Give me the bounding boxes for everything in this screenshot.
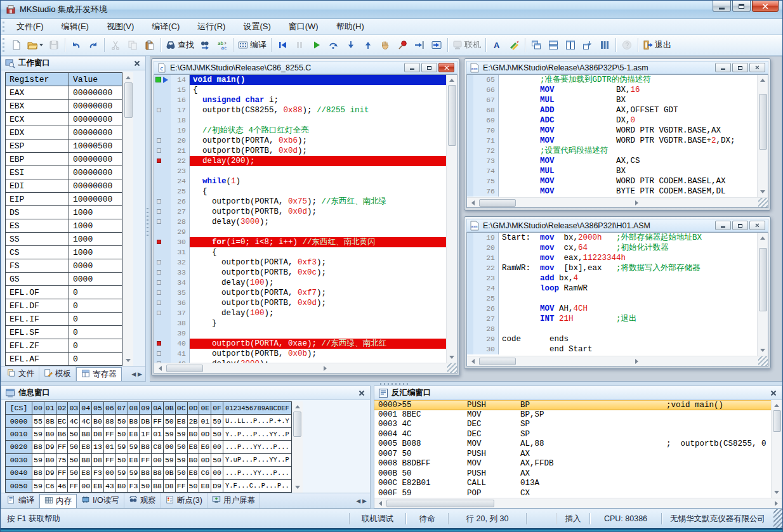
restore-button[interactable]	[732, 63, 748, 72]
disassembly-close-icon[interactable]	[769, 389, 778, 398]
statement-marker-icon[interactable]	[157, 361, 161, 363]
undo-button[interactable]	[68, 37, 84, 53]
menu-run[interactable]: 运行(R)	[188, 19, 234, 34]
menu-help[interactable]: 帮助(H)	[327, 19, 373, 34]
dropdown-caret-icon[interactable]	[39, 44, 43, 46]
scroll-up-icon[interactable]	[772, 400, 782, 410]
gutter-margin[interactable]	[154, 136, 171, 146]
breakpoint-button[interactable]	[394, 37, 411, 53]
tab-files[interactable]: 文件	[3, 367, 39, 381]
tab-scroll-right-icon[interactable]: ▶	[362, 498, 367, 504]
gutter-margin[interactable]	[154, 257, 171, 268]
minimize-button[interactable]	[715, 63, 731, 72]
gutter-margin[interactable]	[154, 75, 171, 85]
scrollbar-thumb[interactable]	[479, 199, 516, 207]
statement-marker-icon[interactable]	[157, 148, 161, 153]
gutter-margin[interactable]	[467, 95, 473, 105]
scroll-up-icon[interactable]	[758, 75, 768, 85]
info-scrollbar[interactable]	[292, 401, 303, 493]
asm2-hscrollbar[interactable]	[467, 356, 768, 366]
font-button[interactable]: A	[489, 37, 505, 53]
horizontal-splitter[interactable]	[1, 382, 782, 386]
workspace-scrollbar[interactable]	[122, 72, 133, 366]
asm1-vscrollbar[interactable]	[757, 75, 768, 197]
scroll-up-icon[interactable]	[758, 233, 768, 243]
statement-marker-icon[interactable]	[157, 209, 161, 214]
gutter-margin[interactable]	[467, 263, 473, 273]
scroll-up-icon[interactable]	[123, 72, 134, 82]
gutter-margin[interactable]	[154, 288, 171, 298]
trace-button[interactable]	[411, 37, 428, 53]
scroll-up-icon[interactable]	[447, 75, 457, 85]
statement-marker-icon[interactable]	[157, 270, 161, 275]
c86-hscrollbar[interactable]	[154, 363, 457, 373]
gutter-margin[interactable]	[467, 166, 473, 176]
gutter-margin[interactable]	[467, 273, 473, 283]
disassembly-hscrollbar[interactable]	[374, 498, 782, 508]
gutter-margin[interactable]	[154, 278, 171, 288]
tab-io[interactable]: I/O读写	[77, 493, 124, 508]
step-into-button[interactable]	[343, 37, 359, 53]
scroll-down-icon[interactable]	[292, 483, 303, 493]
gutter-margin[interactable]	[154, 186, 171, 197]
statement-marker-icon[interactable]	[157, 199, 161, 204]
gutter-margin[interactable]	[154, 247, 171, 257]
gutter-margin[interactable]	[467, 85, 473, 95]
tab-scroll-left-icon[interactable]: ◀	[131, 371, 136, 377]
step-over-button[interactable]	[326, 37, 342, 53]
gutter-margin[interactable]	[154, 237, 171, 247]
stop-button[interactable]	[377, 37, 393, 53]
restore-button[interactable]	[732, 1, 751, 12]
tab-scroll-left-icon[interactable]: ◀	[356, 498, 360, 504]
gutter-margin[interactable]	[154, 328, 171, 339]
scroll-right-icon[interactable]	[320, 363, 331, 373]
tab-registers[interactable]: 寄存器	[76, 367, 122, 381]
gutter-margin[interactable]	[467, 126, 473, 136]
menu-settings[interactable]: 设置(S)	[234, 19, 279, 34]
gutter-margin[interactable]	[154, 359, 171, 363]
gutter-margin[interactable]	[154, 85, 171, 95]
scrollbar-thumb[interactable]	[759, 94, 767, 150]
asm2-code-area[interactable]: 19Start: mov bx,2000h ;外部存储器起始地址BX20 mov…	[467, 233, 757, 356]
close-button[interactable]	[438, 63, 454, 72]
gutter-margin[interactable]	[154, 95, 171, 105]
asm2-vscrollbar[interactable]	[757, 233, 768, 356]
minimize-button[interactable]	[713, 1, 731, 12]
compile-button[interactable]: 编译	[236, 37, 268, 53]
menu-edit[interactable]: 编辑(E)	[53, 19, 98, 34]
scroll-left-icon[interactable]	[467, 356, 478, 367]
tab-watch[interactable]: 观察	[124, 493, 161, 508]
colors-button[interactable]	[506, 37, 522, 53]
gutter-margin[interactable]	[467, 314, 473, 324]
scrollbar-thumb[interactable]	[166, 365, 203, 372]
tab-breakpoints[interactable]: 断点(3)	[161, 493, 207, 508]
gutter-margin[interactable]	[467, 334, 473, 344]
tab-user-screen[interactable]: 用户屏幕	[207, 493, 260, 508]
tab-memory[interactable]: 内存	[39, 494, 77, 508]
gutter-margin[interactable]	[467, 176, 473, 186]
scroll-up-icon[interactable]	[292, 401, 303, 412]
scroll-left-icon[interactable]	[374, 498, 385, 509]
find-next-button[interactable]	[197, 37, 213, 53]
close-button[interactable]	[749, 221, 765, 230]
minimize-button[interactable]	[404, 63, 420, 72]
resize-grip[interactable]	[773, 509, 782, 528]
gutter-margin[interactable]	[467, 186, 473, 197]
reset-button[interactable]	[274, 37, 291, 53]
gutter-margin[interactable]	[154, 207, 171, 217]
statement-marker-icon[interactable]	[157, 301, 161, 305]
gutter-margin[interactable]	[154, 227, 171, 237]
workspace-close-icon[interactable]	[133, 59, 141, 68]
scrollbar-thumb[interactable]	[479, 358, 516, 365]
window-list-button[interactable]	[596, 37, 613, 53]
scroll-right-icon[interactable]	[771, 498, 782, 509]
statement-marker-icon[interactable]	[157, 311, 161, 315]
asm1-code-area[interactable]: 65 ;准备要加载到GDTR的伪描述符66 MOV BX,1667 MUL BX…	[467, 75, 757, 197]
gutter-margin[interactable]	[467, 233, 473, 243]
gutter-margin[interactable]	[154, 146, 171, 156]
breakpoint-marker-icon[interactable]	[157, 159, 161, 163]
menu-window[interactable]: 窗口(W)	[280, 19, 327, 34]
scroll-left-icon[interactable]	[154, 363, 165, 373]
gutter-margin[interactable]	[154, 268, 171, 278]
disassembly-listing[interactable]: 0000>55PUSHBP;void main()0001 8BECMOVBP,…	[374, 400, 771, 498]
